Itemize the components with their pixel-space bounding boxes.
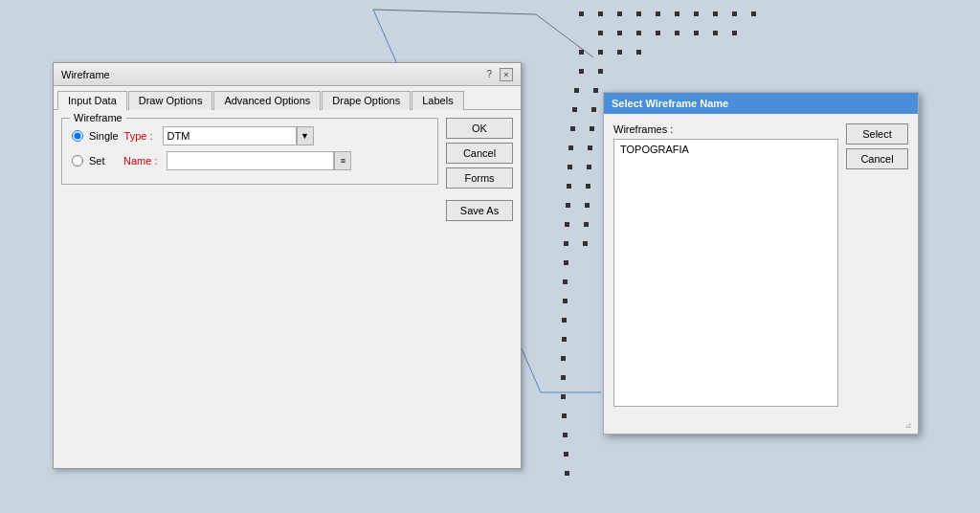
list-icon: ≡ [341, 156, 345, 166]
save-as-button[interactable]: Save As [446, 200, 513, 221]
select-actions: Select Cancel [846, 123, 908, 407]
select-title-bar: Select Wireframe Name [604, 93, 918, 114]
set-row: Set Name : ≡ [72, 151, 428, 170]
select-content: Wireframes : TOPOGRAFIA Select Cancel [604, 114, 918, 416]
cancel-button[interactable]: Cancel [446, 143, 513, 164]
type-label: Type : [124, 130, 153, 142]
wireframe-dialog: Wireframe ? × Input Data Draw Options Ad… [53, 62, 522, 469]
wireframe-title-bar: Wireframe ? × [54, 63, 521, 86]
list-item[interactable]: TOPOGRAFIA [616, 142, 835, 157]
tabs-bar: Input Data Draw Options Advanced Options… [54, 86, 521, 110]
wireframes-label: Wireframes : [613, 123, 838, 135]
main-panel: Wireframe Single Type : ▼ [61, 118, 438, 460]
wireframes-list[interactable]: TOPOGRAFIA [613, 139, 838, 407]
name-input-group: ≡ [167, 151, 428, 170]
tab-draw-options[interactable]: Draw Options [128, 91, 213, 110]
set-radio[interactable] [72, 155, 83, 167]
empty-content-area [61, 192, 438, 460]
help-icon[interactable]: ? [486, 69, 492, 79]
name-label: Name : [123, 155, 157, 167]
select-cancel-button[interactable]: Cancel [846, 148, 908, 169]
name-list-btn[interactable]: ≡ [334, 151, 351, 170]
forms-button[interactable]: Forms [446, 167, 513, 189]
select-main: Wireframes : TOPOGRAFIA [613, 123, 838, 407]
single-label: Single [89, 130, 119, 142]
side-buttons: OK Cancel Forms Save As [446, 118, 513, 460]
tab-drape-options[interactable]: Drape Options [322, 91, 411, 110]
single-row: Single Type : ▼ [72, 126, 428, 145]
group-title: Wireframe [70, 112, 126, 123]
type-input-group: ▼ [163, 126, 428, 145]
tab-advanced-options[interactable]: Advanced Options [213, 91, 321, 110]
type-field[interactable] [163, 126, 297, 145]
select-wireframe-dialog: Select Wireframe Name Wireframes : TOPOG… [603, 92, 919, 435]
select-button[interactable]: Select [846, 123, 908, 145]
wireframe-group: Wireframe Single Type : ▼ [61, 118, 438, 185]
select-dialog-title: Select Wireframe Name [612, 98, 728, 109]
single-radio[interactable] [72, 130, 83, 142]
name-field[interactable] [167, 151, 334, 170]
tab-input-data[interactable]: Input Data [57, 91, 127, 110]
dropdown-icon: ▼ [301, 131, 309, 141]
resize-icon: ⊿ [904, 420, 912, 430]
wireframe-title: Wireframe [61, 69, 110, 80]
select-footer: ⊿ [604, 416, 918, 434]
type-dropdown-btn[interactable]: ▼ [297, 126, 314, 145]
tab-labels[interactable]: Labels [412, 91, 463, 110]
set-label: Set [89, 155, 118, 167]
close-button[interactable]: × [500, 68, 513, 81]
dialog-content: Wireframe Single Type : ▼ [54, 110, 521, 468]
ok-button[interactable]: OK [446, 118, 513, 139]
title-buttons: ? × [486, 68, 513, 81]
